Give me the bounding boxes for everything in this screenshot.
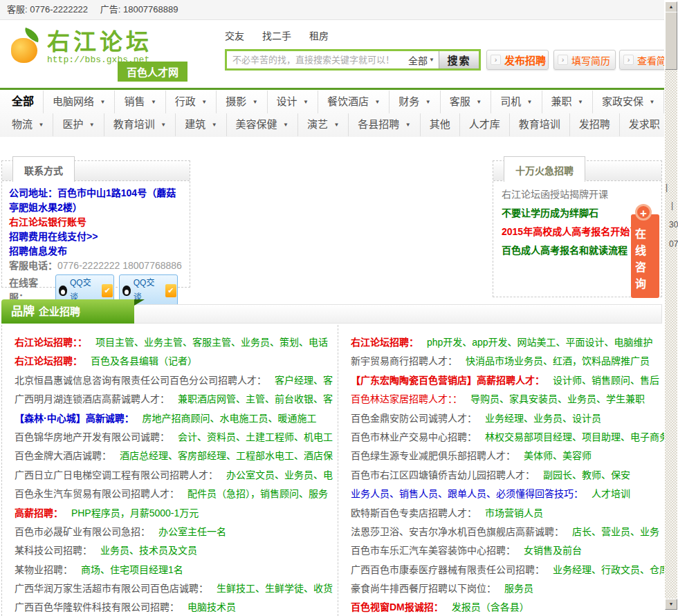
job-listing-row[interactable]: 欧特斯百色专卖店招聘人才： 市场营销人员 bbox=[351, 504, 676, 523]
job-listing-row[interactable]: 某科技公司招聘： 业务员、技术员及文员 bbox=[15, 541, 338, 560]
nav-item[interactable]: 发招聘 bbox=[569, 113, 619, 136]
job-links[interactable]: 美体师、美容师 bbox=[524, 450, 592, 461]
job-listing-row[interactable]: 【森林·中心城】高新诚聘： 房地产招商顾问、水电施工员、暖通施工 bbox=[15, 409, 338, 428]
nav-item[interactable]: 餐饮酒店 ▼ bbox=[318, 91, 389, 113]
job-links[interactable]: 配件员（急招），销售顾问、服务 bbox=[187, 488, 328, 499]
job-links[interactable]: 业务员、技术员及文员 bbox=[100, 545, 197, 556]
job-links[interactable]: 客户经理、客 bbox=[275, 375, 333, 386]
tab-contact[interactable]: 联系方式 bbox=[12, 156, 75, 182]
job-listing-row[interactable]: 百色绿生源专业减肥俱乐部招聘人才： 美体师、美容师 bbox=[351, 447, 676, 465]
job-listing-row[interactable]: 百色市林业产交易中心招聘： 林权交易部项目经理、项目助理、电子商务 bbox=[351, 428, 676, 447]
job-links[interactable]: 会计、资料员、土建工程师、机电工 bbox=[178, 431, 333, 442]
job-links[interactable]: 商场、住宅项目经理1名 bbox=[81, 564, 183, 575]
search-scope-dropdown[interactable]: 全部 ▼ bbox=[404, 51, 439, 68]
nav-item[interactable]: 电脑网络 ▼ bbox=[43, 91, 114, 113]
job-listing-row[interactable]: 广西日立广日电梯空调工程有限公司招聘人才： 办公室文员、业务员、电 bbox=[15, 466, 338, 485]
job-listing-row[interactable]: 某物业招聘： 商场、住宅项目经理1名 bbox=[15, 561, 338, 579]
job-listing-row[interactable]: 百色林达家居招聘人才：： 导购员、家具安装员、业务员、学生兼职 bbox=[351, 390, 676, 409]
job-listing-row[interactable]: 豪食尚牛排西餐厅招聘以下岗位： 服务员 bbox=[351, 579, 676, 598]
scroll-down-arrow-icon[interactable]: ▼ bbox=[665, 599, 677, 610]
job-links[interactable]: 快消品市场业务员、红酒，饮料品牌推广员 bbox=[466, 355, 650, 366]
nav-item[interactable]: 教育培训 bbox=[509, 113, 569, 136]
search-input[interactable] bbox=[227, 51, 404, 68]
job-links[interactable]: PHP程序员，月薪5000-1万元 bbox=[71, 507, 199, 519]
job-links[interactable]: 生鲜技工、生鲜学徒、收货 bbox=[217, 583, 333, 594]
nav-item[interactable]: 人才库 bbox=[459, 113, 509, 136]
scrollbar-track[interactable] bbox=[665, 11, 677, 599]
job-listing-row[interactable]: 百色市车乐汇汽车美容装饰中心招聘： 女销售及前台 bbox=[351, 541, 676, 560]
job-links[interactable]: 电脑技术员 bbox=[187, 601, 236, 613]
online-consult-widget[interactable]: + 在线咨询 bbox=[631, 214, 659, 298]
job-links[interactable]: 林权交易部项目经理、项目助理、电子商务 bbox=[485, 431, 669, 442]
job-links[interactable]: 业务经理、行政文员、仓库 bbox=[553, 564, 669, 575]
job-links[interactable]: 百色及各县编辑（记者） bbox=[91, 355, 197, 366]
job-listing-row[interactable]: 新宇贸易商行招聘人才： 快消品市场业务员、红酒，饮料品牌推广员 bbox=[351, 352, 676, 371]
job-listing-row[interactable]: 百色锦华房地产开发有限公司诚聘： 会计、资料员、土建工程师、机电工 bbox=[15, 428, 338, 447]
nav-item[interactable]: 各县招聘 ▼ bbox=[348, 113, 419, 136]
job-links[interactable]: 酒店总经理、客房部经理、工程部水电工、酒店保 bbox=[120, 450, 333, 461]
nav-item[interactable]: 物流 ▼ bbox=[3, 113, 53, 136]
nav-item[interactable]: 其他 bbox=[420, 113, 459, 136]
nav-item[interactable]: 司机 ▼ bbox=[491, 91, 541, 113]
job-listing-row[interactable]: 北京恒昌惠诚信息咨询有限责任公司百色分公司招聘人才： 客户经理、客 bbox=[15, 371, 338, 390]
job-links[interactable]: 兼职酒店网管、主管、前台收银、客 bbox=[178, 393, 333, 404]
job-links[interactable]: 办公室文员、业务员、电 bbox=[226, 469, 333, 480]
fill-resume-button[interactable]: › 填写简历 bbox=[553, 50, 616, 70]
job-listing-row[interactable]: 百色金鼎安防公司诚骋人才： 业务经理、业务员、设计员 bbox=[351, 409, 676, 428]
nav-item[interactable]: 全部 bbox=[3, 91, 43, 113]
site-logo[interactable]: 右江论坛 http://bbs.gxbs.net bbox=[10, 30, 152, 65]
job-links[interactable]: 人才培训 bbox=[592, 488, 630, 499]
job-listing-row[interactable]: 广西明月湖连锁酒店高薪诚聘人才： 兼职酒店网管、主管、前台收银、客 bbox=[15, 390, 338, 409]
nav-item[interactable]: 家政安保 ▼ bbox=[592, 91, 663, 113]
nav-item[interactable]: 摄影 ▼ bbox=[216, 91, 266, 113]
job-links[interactable]: 店长、营业员、业务 bbox=[572, 526, 659, 537]
job-links[interactable]: 女销售及前台 bbox=[524, 545, 582, 556]
job-listing-row[interactable]: 【广东宏陶陶瓷百色营销店】高薪招聘人才： 设计师、销售顾问、售后 bbox=[351, 371, 676, 390]
nav-item[interactable]: 建筑 ▼ bbox=[175, 113, 226, 136]
nav-item[interactable]: 行政 ▼ bbox=[165, 91, 216, 113]
nav-item[interactable]: 设计 ▼ bbox=[267, 91, 318, 113]
job-links[interactable]: 导购员、家具安装员、业务员、学生兼职 bbox=[470, 393, 645, 404]
job-links[interactable]: php开发、app开发、网站美工、平面设计、电脑维护 bbox=[427, 337, 653, 348]
nav-item[interactable]: 医护 ▼ bbox=[53, 113, 103, 136]
nav-item[interactable]: 销售 ▼ bbox=[114, 91, 165, 113]
nav-item[interactable]: 美容保健 ▼ bbox=[226, 113, 297, 136]
scroll-up-arrow-icon[interactable]: ▲ bbox=[665, 1, 677, 12]
job-links[interactable]: 办公室主任一名 bbox=[158, 526, 226, 537]
job-listing-row[interactable]: 百色市右江区四塘镇侨吉幼儿园招聘人才： 副园长、教师、保安 bbox=[351, 466, 676, 485]
job-listing-row[interactable]: 广西百色华隆软件科技有限公司招聘： 电脑技术员 bbox=[15, 598, 338, 616]
nav-item[interactable]: 教育培训 ▼ bbox=[104, 113, 175, 136]
job-listing-row[interactable]: 百色视窗DM报诚招： 发报员（含各县） bbox=[351, 598, 676, 616]
job-listing-row[interactable]: 百色金牌大酒店诚聘： 酒店总经理、客房部经理、工程部水电工、酒店保 bbox=[15, 447, 338, 465]
job-listing-row[interactable]: 右江论坛招聘： 百色及各县编辑（记者） bbox=[15, 352, 338, 371]
quick-link[interactable]: 租房 bbox=[309, 30, 329, 41]
scrollbar-thumb[interactable] bbox=[665, 12, 677, 70]
nav-item[interactable]: 客服 ▼ bbox=[440, 91, 491, 113]
job-listing-row[interactable]: 广西华润万家生活超市有限公司百色店诚聘： 生鲜技工、生鲜学徒、收货 bbox=[15, 579, 338, 598]
nav-item[interactable]: 兼职 ▼ bbox=[542, 91, 592, 113]
job-links[interactable]: 服务员 bbox=[504, 583, 533, 594]
contact-line[interactable]: 公司地址：百色市中山1路104号（蘑菇亭肥姐水果2楼） bbox=[9, 186, 183, 215]
post-job-button[interactable]: › 发布招聘 bbox=[486, 50, 549, 70]
job-listing-row[interactable]: 右江论坛招聘： php开发、app开发、网站美工、平面设计、电脑维护 bbox=[351, 333, 676, 352]
quick-link[interactable]: 找二手 bbox=[262, 30, 291, 41]
quick-link[interactable]: 交友 bbox=[225, 30, 244, 41]
job-listing-row[interactable]: 右江论坛招聘：： 项目主管、业务主管、客服主管、业务员、策划、电话 bbox=[15, 333, 338, 352]
job-listing-row[interactable]: 广西百色市康泰医疗器械有限责任公司招聘： 业务经理、行政文员、仓库 bbox=[351, 561, 676, 579]
job-links[interactable]: 发报员（含各县） bbox=[452, 601, 529, 613]
search-button[interactable]: 搜索 bbox=[439, 51, 479, 68]
job-links[interactable]: 项目主管、业务主管、客服主管、业务员、策划、电话 bbox=[95, 337, 328, 348]
contact-line[interactable]: 招聘信息发布 bbox=[9, 244, 183, 259]
job-listing-row[interactable]: 百色市必晟矿业有限公司急招： 办公室主任一名 bbox=[15, 523, 338, 541]
job-links[interactable]: 市场营销人员 bbox=[485, 507, 543, 519]
job-listing-row[interactable]: 高薪招聘： PHP程序员，月薪5000-1万元 bbox=[15, 504, 338, 523]
contact-line[interactable]: 招聘费用在线支付>> bbox=[9, 230, 183, 244]
job-links[interactable]: 设计师、销售顾问、售后 bbox=[553, 375, 659, 386]
tab-urgent-jobs[interactable]: 十万火急招聘 bbox=[504, 156, 585, 182]
job-listing-row[interactable]: 法恩莎卫浴、安吉尔净水机百色旗舰店高薪诚聘： 店长、营业员、业务 bbox=[351, 523, 676, 541]
nav-item[interactable]: 发求职 bbox=[619, 113, 669, 136]
job-links[interactable]: 业务经理、业务员、设计员 bbox=[485, 413, 601, 424]
urgent-job-link[interactable]: 右江论坛函授站揭牌开课 bbox=[502, 185, 661, 204]
brand-jobs-tab[interactable]: 品牌企业招聘 bbox=[1, 299, 134, 324]
job-listing-row[interactable]: 百色永生汽车贸易有限公司招聘人才： 配件员（急招），销售顾问、服务 bbox=[15, 485, 338, 503]
